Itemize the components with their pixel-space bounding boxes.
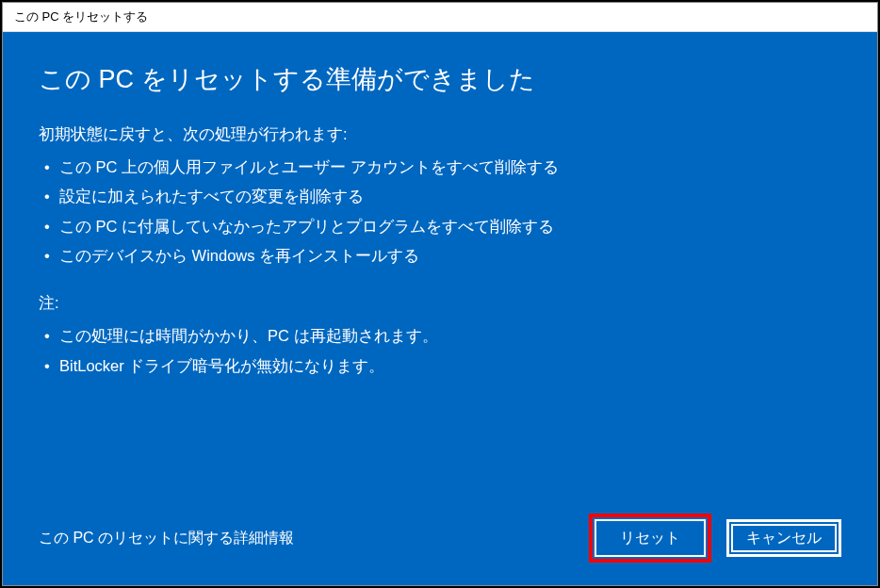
list-item: 設定に加えられたすべての変更を削除する [42,182,841,211]
list-item: この PC に付属していなかったアプリとプログラムをすべて削除する [42,212,841,241]
reset-button[interactable]: リセット [595,519,706,557]
cancel-button[interactable]: キャンセル [726,519,841,557]
list-item: この PC 上の個人用ファイルとユーザー アカウントをすべて削除する [42,153,841,182]
more-info-link[interactable]: この PC のリセットに関する詳細情報 [39,529,574,548]
dialog-footer: この PC のリセットに関する詳細情報 リセット キャンセル [39,514,841,563]
list-item: この処理には時間がかかり、PC は再起動されます。 [42,321,841,351]
note-label: 注: [39,293,841,314]
page-heading: この PC をリセットする準備ができました [39,62,841,96]
notes-list: この処理には時間がかかり、PC は再起動されます。 BitLocker ドライブ… [39,321,841,381]
reset-button-highlight: リセット [589,514,711,563]
list-item: BitLocker ドライブ暗号化が無効になります。 [42,351,841,381]
actions-list: この PC 上の個人用ファイルとユーザー アカウントをすべて削除する 設定に加え… [39,153,841,270]
window-title-bar: この PC をリセットする [3,3,877,32]
window-title: この PC をリセットする [14,9,148,24]
dialog-content: この PC をリセットする準備ができました 初期状態に戻すと、次の処理が行われま… [3,32,877,585]
reset-pc-dialog: この PC をリセットする この PC をリセットする準備ができました 初期状態… [2,2,878,586]
intro-text: 初期状態に戻すと、次の処理が行われます: [39,124,841,145]
list-item: このデバイスから Windows を再インストールする [42,241,841,270]
